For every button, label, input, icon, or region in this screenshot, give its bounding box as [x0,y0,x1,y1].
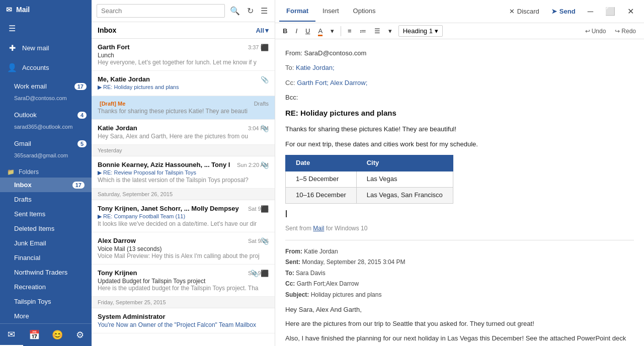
reply-indicator: ▶ RE: Holiday pictures and plans [98,84,269,91]
align-button[interactable]: ☰ [371,25,384,37]
tab-format[interactable]: Format [279,1,315,22]
send-button[interactable]: ➤ Send [545,5,582,18]
gmail-address: 365sarad@gmail.com [14,152,68,158]
mail-subject: Lunch [98,52,269,59]
gmail-item[interactable]: Gmail 5 365sarad@gmail.com [0,135,92,163]
cc-garth-link[interactable]: Garth Fort; [297,79,329,86]
italic-button[interactable]: I [292,25,301,37]
quoted-para-1: Here are the pictures from our trip to S… [285,319,634,329]
reply-indicator: ▶ RE: Company Football Team (11) [98,213,269,220]
sender-name: Katie Jordan [98,124,245,132]
sidebar-item-financial[interactable]: Financial [0,250,92,265]
mail-item-alex[interactable]: Alex Darrow Sat 9/26 Voice Mail (13 seco… [92,232,275,265]
discard-icon: ✕ [509,8,515,15]
body-para-1: Thanks for sharing these pictures Katie!… [285,124,634,135]
accounts-button[interactable]: 👤 Accounts [0,58,92,77]
discard-button[interactable]: ✕ Discard [503,5,545,18]
mail-preview: Thanks for sharing these pictures Katie!… [98,108,269,115]
quoted-cc: Cc: Garth Fort;Alex Darrow [285,279,634,290]
undo-button[interactable]: ↩ Undo [581,26,610,37]
send-icon: ➤ [551,8,557,15]
mail-item-draft-me-katie[interactable]: Me, Katie Jordan ▶ RE: Holiday pictures … [92,71,275,96]
underline-button[interactable]: U [302,25,313,37]
to-link[interactable]: Katie Jordan; [296,64,335,71]
quoted-body: Hey Sara, Alex And Garth, Here are the p… [285,305,634,347]
quoted-subject: Subject: Holiday pictures and plans [285,290,634,301]
search-button[interactable]: 🔍 [228,4,242,18]
email-cc: Cc: Garth Fort; Alex Darrow; [285,77,634,89]
sidebar-item-sent[interactable]: Sent Items [0,207,92,221]
sender-name: Alex Darrow [98,237,245,244]
reading-pane: Format Insert Options ✕ Discard ➤ Send ─… [275,0,644,346]
nav-mail-button[interactable]: ✉ [0,324,23,346]
hamburger-menu[interactable]: ☰ [0,19,92,38]
minimize-button[interactable]: ─ [582,4,599,19]
sidebar-item-inbox[interactable]: Inbox 17 [0,178,92,192]
table-row: 1–5 December Las Vegas [286,171,453,187]
mail-item-katie[interactable]: Katie Jordan 3:04 PM Hey Sara, Alex and … [92,120,275,145]
date-divider-sat: Saturday, September 26, 2015 [92,189,275,200]
email-content[interactable]: Thanks for sharing these pictures Katie!… [285,124,634,346]
font-color-dropdown[interactable]: ▾ [327,25,338,37]
flag-icon: ⬛ [261,270,269,277]
inbox-header: Inbox All ▾ [92,22,275,39]
quoted-to: To: Sara Davis [285,268,634,279]
email-subject-line: RE: Holiday pictures and plans [285,109,634,117]
refresh-button[interactable]: ↻ [245,4,256,18]
email-body[interactable]: From: SaraD@contoso.com To: Katie Jordan… [275,39,644,346]
cc-alex-link[interactable]: Alex Darrow; [330,79,367,86]
close-button[interactable]: ✕ [621,4,640,19]
mail-app-link[interactable]: Mail [313,225,324,232]
nav-emoji-button[interactable]: 😊 [46,324,69,346]
sidebar-item-northwind[interactable]: Northwind Traders [0,265,92,280]
tab-insert[interactable]: Insert [315,1,346,22]
attachment-icon: 📎 [261,76,269,83]
heading-selector[interactable]: Heading 1 ▾ [398,25,443,37]
sidebar-item-more[interactable]: More [0,309,92,323]
mail-preview: You're Now an Owner of the "Project Falc… [98,321,269,328]
redo-button[interactable]: ↪ Redo [611,26,640,37]
text-cursor [286,210,287,217]
filter-button[interactable]: ☰ [259,4,270,18]
nav-settings-button[interactable]: ⚙ [69,324,92,346]
bold-button[interactable]: B [279,25,291,37]
all-filter[interactable]: All ▾ [256,27,269,34]
sender-name: Garth Fort [98,43,245,51]
new-mail-button[interactable]: ✚ New mail [0,38,92,58]
mail-preview: It looks like we've decided on a date/ti… [98,220,269,227]
numbered-list-button[interactable]: ≔ [356,25,370,37]
work-email-item[interactable]: Work email 17 SaraD@contoso.com [0,77,92,106]
tab-options[interactable]: Options [346,1,383,22]
work-email-badge: 17 [74,83,87,90]
cursor-paragraph[interactable] [285,209,634,219]
redo-icon: ↪ [615,28,620,35]
mail-item-tony-football[interactable]: Tony Krijnen, Janet Schorr, ... Molly De… [92,200,275,232]
mail-item-draft-active[interactable]: [Draft] Me Drafts Thanks for sharing the… [92,96,275,120]
outlook-badge: 4 [77,112,87,119]
undo-icon: ↩ [585,28,590,35]
table-row: 10–16 December Las Vegas, San Francisco [286,187,453,203]
restore-button[interactable]: ⬜ [599,4,621,19]
folders-section[interactable]: 📁 Folders [0,163,92,178]
nav-calendar-button[interactable]: 📅 [23,324,46,346]
flag-icon: ⬛ [261,44,269,51]
font-color-button[interactable]: A [314,25,326,37]
bullet-list-button[interactable]: ≡ [344,25,355,37]
sidebar-item-drafts[interactable]: Drafts [0,192,92,207]
quoted-para-2: Also, I have finished the planning for o… [285,333,634,346]
mail-item-tony-budget[interactable]: Tony Krijnen Sat 9/26 Updated Budget for… [92,265,275,297]
sidebar-item-deleted[interactable]: Deleted Items [0,221,92,236]
mail-item-sysadmin[interactable]: System Administrator You're Now an Owner… [92,308,275,333]
mail-item-bonnie[interactable]: Bonnie Kearney, Aziz Hassouneh, ... Tony… [92,156,275,189]
more-format-button[interactable]: ▾ [385,25,395,37]
sidebar-item-junk[interactable]: Junk Email [0,236,92,250]
sidebar-item-tailspin[interactable]: Tailspin Toys [0,294,92,309]
new-mail-label: New mail [22,44,49,52]
sidebar-item-recreation[interactable]: Recreation [0,280,92,294]
outlook-item[interactable]: Outlook 4 sarad365@outlook.com [0,106,92,135]
sender-name: System Administrator [98,313,269,320]
quoted-sent: Sent: Monday, September 28, 2015 3:04 PM [285,257,634,268]
search-input[interactable] [97,4,225,18]
attachment-icon: 📎 [261,237,269,245]
mail-item-garth[interactable]: Garth Fort 3:37 PM Lunch Hey everyone, L… [92,39,275,71]
